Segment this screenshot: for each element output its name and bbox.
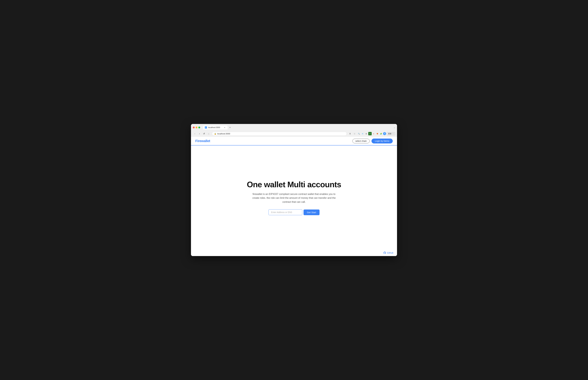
address-input[interactable] <box>268 209 302 215</box>
app-logo: Firewallet <box>195 139 210 143</box>
address-bar[interactable]: 🔒 localhost:3000 <box>212 132 347 136</box>
app-nav: Firewallet select chain Login by Demo <box>191 137 397 145</box>
maximize-window-button[interactable] <box>198 127 200 128</box>
app-content: Firewallet select chain Login by Demo On… <box>191 137 397 256</box>
select-chain-button[interactable]: select chain <box>352 139 370 143</box>
ext-icon-7: 🧩 <box>379 132 383 135</box>
ext-icon-1: 🔍 <box>357 132 361 135</box>
ext-icon-3: 🗑 <box>365 132 368 135</box>
new-tab-button[interactable]: + <box>228 126 232 129</box>
logo-fire: Fire <box>195 139 201 143</box>
ext-icon-8: T <box>383 132 386 135</box>
github-link[interactable]: Github <box>383 251 393 254</box>
browser-chrome: F localhost:3000 ✕ + ⌄ ‹ › ↺ ⌂ 🔒 localho… <box>191 124 397 137</box>
ext-icon-4: S <box>368 132 372 135</box>
ext-icon-6: 🦊 <box>376 132 379 135</box>
app-footer: Github <box>191 250 397 256</box>
refresh-button[interactable]: ↺ <box>202 132 206 136</box>
home-button[interactable]: ⌂ <box>207 132 211 136</box>
tab-bar: F localhost:3000 ✕ + <box>203 126 392 130</box>
forward-button[interactable]: › <box>197 132 202 136</box>
active-tab[interactable]: F localhost:3000 ✕ <box>203 126 228 130</box>
bookmark-button[interactable]: ☆ <box>353 132 357 136</box>
login-demo-button[interactable]: Login by Demo <box>371 138 393 143</box>
extension-icons: 🔍 📧 🗑 S ● 🦊 🧩 T <box>357 132 386 135</box>
tab-close-button[interactable]: ✕ <box>223 126 226 129</box>
hero-title: One wallet Multi accounts <box>247 180 341 189</box>
back-button[interactable]: ‹ <box>193 132 197 136</box>
ext-icon-2: 📧 <box>361 132 364 135</box>
nav-buttons: ‹ › ↺ ⌂ <box>193 132 211 136</box>
browser-actions: ⬆ ☆ 🔍 📧 🗑 S ● 🦊 🧩 T 更新 ⋮ <box>348 132 395 136</box>
address-bar-row: ‹ › ↺ ⌂ 🔒 localhost:3000 ⬆ ☆ 🔍 📧 🗑 S ● 🦊 <box>191 131 397 137</box>
cta-row: Get Start <box>268 209 320 215</box>
hero-description: firewallet is an EIP4337 compliant secur… <box>251 192 337 204</box>
title-bar: F localhost:3000 ✕ + ⌄ <box>191 124 397 131</box>
github-icon <box>383 251 386 254</box>
share-button[interactable]: ⬆ <box>348 132 352 136</box>
main-content: One wallet Multi accounts firewallet is … <box>191 145 397 250</box>
close-window-button[interactable] <box>193 127 195 128</box>
github-label: Github <box>387 252 393 254</box>
browser-window: F localhost:3000 ✕ + ⌄ ‹ › ↺ ⌂ 🔒 localho… <box>191 124 397 256</box>
update-button[interactable]: 更新 ⋮ <box>387 132 395 135</box>
expand-button[interactable]: ⌄ <box>394 126 395 129</box>
traffic-lights <box>193 127 200 128</box>
logo-wallet: wallet <box>201 139 210 143</box>
ext-icon-5: ● <box>372 132 375 135</box>
get-start-button[interactable]: Get Start <box>304 209 320 215</box>
tab-favicon: F <box>205 126 207 129</box>
tab-title: localhost:3000 <box>208 126 222 129</box>
address-url: localhost:3000 <box>217 133 345 135</box>
lock-icon: 🔒 <box>214 133 216 135</box>
minimize-window-button[interactable] <box>196 127 197 128</box>
